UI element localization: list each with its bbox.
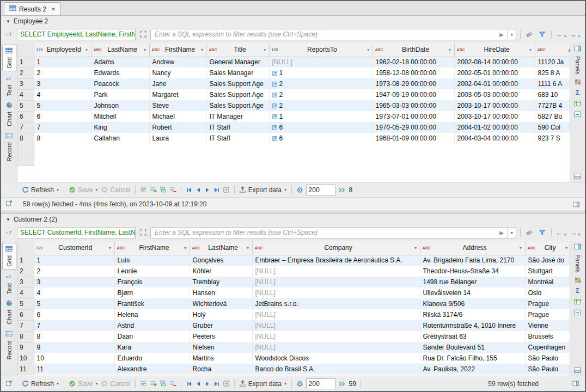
section-header-employee[interactable]: ▼ Employee 2 (1, 16, 585, 27)
back-arrow-icon[interactable]: ←▼ (556, 30, 567, 38)
edit-value-button[interactable] (140, 380, 147, 387)
grid-cell[interactable]: Michael (149, 111, 206, 122)
grid-corner[interactable] (17, 43, 34, 57)
grid-cell[interactable]: Prague (525, 309, 570, 320)
grid-cell[interactable]: 7 (34, 122, 91, 133)
chevron-down-icon[interactable]: ▼ (95, 382, 98, 385)
grid-cell[interactable]: IT Manager (206, 111, 269, 122)
grid-cell[interactable]: 1958-12-08 00:00:00 (373, 68, 454, 78)
sort-caret-icon[interactable]: ▼ (184, 246, 187, 250)
grid-cell[interactable]: Sales Manager (206, 68, 269, 78)
grid-cell[interactable]: Tremblay (190, 277, 252, 287)
sort-caret-icon[interactable]: ▼ (200, 48, 204, 52)
grid-cell[interactable]: 1973-07-01 00:00:00 (373, 111, 454, 122)
panel-layout-icon[interactable] (574, 173, 581, 180)
grid-cell[interactable]: Oslo (525, 287, 570, 298)
grid-cell[interactable]: São Paulo (525, 353, 570, 364)
row-number[interactable]: 10 (17, 353, 34, 364)
grid-cell[interactable]: 2003-10-17 00:00:00 (454, 111, 535, 122)
fetch-size-input[interactable] (306, 378, 335, 389)
grid-cell[interactable]: Leonie (114, 266, 190, 277)
row-number[interactable]: 5 (17, 100, 34, 111)
grid-cell[interactable]: Alexandre (114, 364, 190, 375)
fetch-segment-button[interactable] (338, 187, 345, 193)
grid-cell[interactable]: 2002-04-01 00:00:00 (454, 78, 535, 89)
side-tab-record[interactable]: Record (2, 328, 16, 362)
next-row-button[interactable] (204, 187, 211, 193)
grid-cell[interactable]: Margaret (149, 89, 206, 100)
grid-cell[interactable]: JetBrains s.r.o. (252, 298, 420, 309)
grid-cell[interactable]: Park (91, 89, 149, 100)
column-header-Address[interactable]: ABCAddress▼ (420, 241, 525, 255)
row-number[interactable]: 6 (17, 111, 34, 122)
open-editor-icon[interactable] (5, 200, 13, 208)
grid-cell[interactable]: Embraer – Empresa Brasileira de Aeronáut… (252, 255, 420, 266)
grid-cell[interactable]: 2 (269, 78, 373, 89)
grid-cell[interactable]: Hansen (190, 287, 252, 298)
apply-filter-icon[interactable]: ▶ (496, 29, 507, 40)
cancel-button[interactable]: Cancel (101, 380, 130, 388)
grid-cell[interactable]: Peeters (190, 331, 252, 342)
grid-cell[interactable]: 9 (34, 342, 114, 353)
side-tab-grid[interactable]: Grid (2, 243, 16, 270)
grid-cell[interactable]: Holý (190, 309, 252, 320)
grid-cell[interactable]: Andrew (149, 57, 206, 68)
grid-cell[interactable]: Av. Paulista, 2022 (420, 364, 525, 375)
row-number[interactable]: 8 (17, 133, 34, 144)
grid-cell[interactable]: 1970-05-29 00:00:00 (373, 122, 454, 133)
grid-cell[interactable]: Copenhagen (525, 342, 570, 353)
sort-caret-icon[interactable]: ▼ (108, 246, 112, 250)
last-row-button[interactable] (213, 187, 220, 193)
grid-cell[interactable]: 11120 Ja (535, 57, 570, 68)
grid-cell[interactable]: Rua Dr. Falcão Filho, 155 (420, 353, 525, 364)
grid-cell[interactable]: 10 (34, 353, 114, 364)
export-data-button[interactable]: Export data▼ (239, 380, 287, 388)
foreign-key-link-icon[interactable] (272, 102, 277, 110)
row-number[interactable]: 2 (17, 266, 34, 277)
grid-cell[interactable]: 1962-02-18 00:00:00 (373, 57, 454, 68)
metadata-icon[interactable] (574, 100, 581, 107)
settings-button[interactable]: ⚙ (296, 380, 303, 388)
row-number[interactable]: 4 (17, 287, 34, 298)
grid-cell[interactable]: General Manager (206, 57, 269, 68)
back-arrow-icon[interactable]: ←▼ (556, 229, 567, 236)
grid-cell[interactable]: Grétrystraat 63 (420, 331, 525, 342)
column-header-LastName[interactable]: ABCLastName▼ (190, 241, 252, 255)
foreign-key-link-icon[interactable] (272, 91, 277, 99)
grid-cell[interactable]: 11 (34, 364, 114, 375)
references-icon[interactable] (574, 309, 581, 316)
grid-cell[interactable]: Rotenturmstraße 4, 1010 Innere (420, 320, 525, 331)
delete-row-button[interactable] (169, 186, 176, 193)
section-header-customer[interactable]: ▼ Customer 2 (2) (1, 214, 585, 225)
row-number[interactable]: 4 (17, 89, 34, 100)
grid-cell[interactable]: 7727B 4 (535, 100, 570, 111)
tab-results-2[interactable]: Results 2 × (4, 2, 61, 15)
duplicate-row-button[interactable] (160, 380, 167, 387)
row-number[interactable]: 1 (17, 57, 34, 68)
column-header-BirthDate[interactable]: ABCBirthDate▼ (373, 43, 454, 57)
sort-caret-icon[interactable]: ▼ (367, 48, 370, 52)
export-data-button[interactable]: Export data▼ (239, 186, 287, 194)
grid-cell[interactable]: Ullevålsveien 14 (420, 287, 525, 298)
grid-cell[interactable]: Robert (149, 122, 206, 133)
foreign-key-link-icon[interactable] (272, 135, 277, 143)
refresh-button[interactable]: Refresh▼ (22, 380, 59, 388)
first-row-button[interactable] (186, 187, 192, 193)
grid-cell[interactable]: Sønder Boulevard 51 (420, 342, 525, 353)
grid-cell[interactable]: Woodstock Discos (252, 353, 420, 364)
clear-filter-icon[interactable] (524, 228, 535, 238)
aggregate-icon[interactable]: Σ (576, 287, 579, 294)
foreign-key-link-icon[interactable] (272, 113, 277, 121)
side-tab-grid[interactable]: Grid (2, 45, 16, 71)
grid-cell[interactable]: František (114, 298, 190, 309)
grid-cell[interactable]: Steve (149, 100, 206, 111)
chevron-down-icon[interactable]: ▼ (95, 188, 98, 192)
grid-cell[interactable]: 825 8 A (535, 68, 570, 78)
grid-cell[interactable]: 2 (34, 68, 91, 78)
edit-value-button[interactable] (140, 186, 147, 193)
grid-cell[interactable]: 2004-01-02 00:00:00 (454, 122, 535, 133)
grid-cell[interactable]: Prague (525, 298, 570, 309)
grid-cell[interactable]: 2004-03-04 00:00:00 (454, 133, 535, 144)
grid-cell[interactable]: 4 (34, 89, 91, 100)
grid-cell[interactable]: Laura (149, 133, 206, 144)
